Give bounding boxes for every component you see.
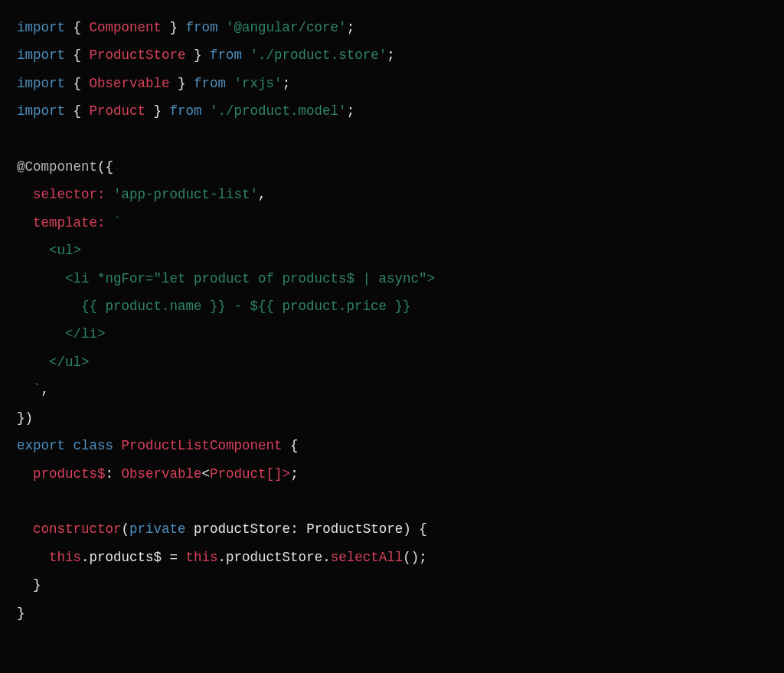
code-block: import { Component } from '@angular/core… [0, 0, 784, 641]
symbol-productstore: ProductStore [90, 47, 186, 63]
template-line: </li> [17, 326, 106, 341]
keyword-import: import [17, 47, 65, 63]
keyword-from: from [194, 76, 226, 91]
template-line: <li *ngFor="let product of products$ | a… [17, 271, 435, 286]
template-line: </ul> [17, 354, 90, 370]
keyword-from: from [186, 20, 218, 35]
keyword-import: import [17, 103, 65, 119]
symbol-product: Product [90, 103, 146, 119]
this: this [49, 550, 81, 565]
template-line: {{ product.name }} - ${{ product.price }… [17, 299, 411, 314]
prop-template: template: [33, 215, 106, 230]
template-tick-close: ` [17, 382, 41, 397]
string-product-model: './product.model' [210, 103, 347, 119]
constructor: constructor [33, 521, 122, 537]
param-name: productStore [194, 521, 290, 537]
prop-selector: selector: [33, 187, 106, 202]
prop-products: products$ [33, 466, 106, 482]
member-products: products$ [90, 550, 162, 565]
keyword-from: from [170, 103, 202, 119]
template-tick-open: ` [113, 215, 122, 230]
symbol-observable: Observable [90, 76, 170, 91]
keyword-class: class [74, 438, 114, 453]
keyword-private: private [129, 521, 186, 537]
member-store: productStore [226, 550, 322, 565]
string-rxjs: 'rxjs' [234, 76, 283, 91]
decorator-component: @Component [17, 159, 97, 175]
class-name: ProductListComponent [122, 438, 283, 453]
param-type: ProductStore [306, 521, 403, 537]
symbol-component: Component [90, 20, 162, 35]
string-product-store: './product.store' [250, 47, 387, 63]
string-selector: 'app-product-list' [113, 187, 258, 202]
type-suffix: []> [266, 466, 291, 482]
keyword-from: from [210, 47, 242, 63]
type-product: Product [210, 466, 266, 482]
keyword-export: export [17, 438, 65, 453]
template-line: <ul> [17, 243, 81, 258]
keyword-import: import [17, 20, 65, 35]
type-observable: Observable [122, 466, 202, 482]
string-angular-core: '@angular/core' [226, 20, 347, 35]
keyword-import: import [17, 76, 65, 91]
method-selectall: selectAll [331, 550, 403, 565]
this: this [186, 550, 218, 565]
